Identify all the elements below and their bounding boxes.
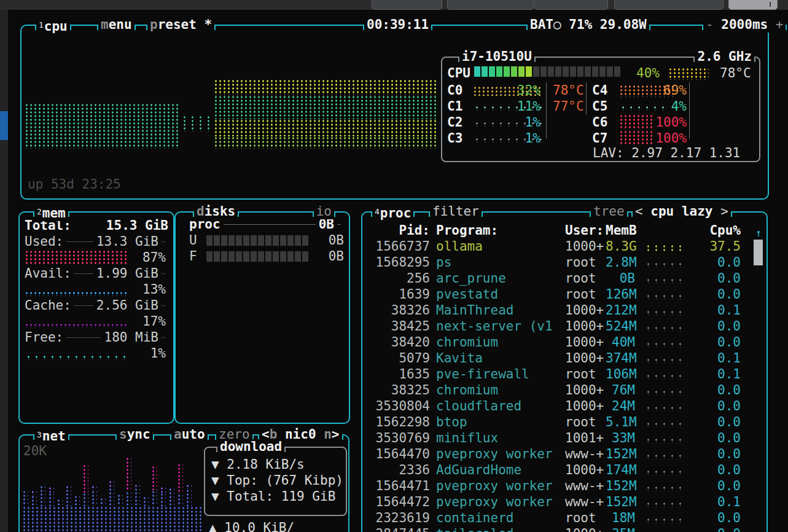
battery-percent: 71%	[569, 17, 592, 32]
toolbar-button-active[interactable]	[728, 0, 778, 10]
cell-user: 1000+	[565, 318, 604, 334]
cell-cpu-graph	[644, 278, 685, 283]
sort-next-button[interactable]: >	[720, 204, 728, 219]
table-row[interactable]: 38325 chromium 1000+ 76M 0.0	[362, 382, 767, 398]
core-name: C2	[447, 114, 462, 130]
cpu-history-graph-low	[25, 103, 181, 149]
cell-program: next-server (v1	[436, 318, 558, 334]
proc-filter-button[interactable]: filter	[429, 204, 483, 219]
mem-cache-graph	[25, 323, 128, 328]
clock: 00:39:11	[363, 17, 432, 33]
net-box-title[interactable]: 3net	[33, 427, 69, 444]
cell-user: 1000+	[565, 462, 604, 478]
core-name: C3	[447, 130, 462, 146]
battery-icon: ○	[553, 17, 561, 32]
cell-program: arc_prune	[436, 270, 558, 286]
mem-box-title[interactable]: 2mem	[33, 204, 69, 221]
cell-program: pveproxy worker	[436, 478, 558, 494]
cell-user: root	[565, 254, 604, 270]
scroll-up-icon[interactable]: ↑	[755, 225, 762, 241]
scrollbar-thumb[interactable]	[0, 111, 8, 140]
cell-mem: 212M	[606, 302, 635, 318]
cell-program: tailscaled	[436, 526, 558, 532]
cpu-history-graph-dip	[181, 115, 214, 131]
cell-pid: 2323619	[370, 510, 430, 526]
table-row[interactable]: 3530769 miniflux 1001+ 33M 0.0	[362, 430, 767, 446]
cell-program: AdGuardHome	[436, 462, 558, 478]
cell-cpu-graph	[644, 486, 685, 491]
table-row[interactable]: 1635 pve-firewall root 106M 0.1	[362, 366, 767, 382]
scrollbar-track[interactable]	[0, 10, 8, 532]
table-row[interactable]: 38420 chromium 1000+ 40M 0.0	[362, 334, 767, 350]
table-row[interactable]: 2336 AdGuardHome 1000+ 174M 0.0	[362, 462, 767, 478]
core-temp: 78°C	[553, 82, 584, 98]
table-row[interactable]: 1564472 pveproxy worker www-+ 152M 0.1	[362, 494, 767, 510]
toolbar-button[interactable]	[614, 0, 724, 10]
net-auto-button[interactable]: auto	[170, 427, 209, 442]
table-row[interactable]: 1562298 btop root 5.1M 0.0	[362, 414, 767, 430]
table-row[interactable]: 256 arc_prune root 0B 0.0	[362, 270, 767, 286]
core-name: C0	[447, 82, 462, 98]
net-sync-button[interactable]: sync	[115, 427, 154, 442]
cell-mem: 106M	[606, 366, 635, 382]
cell-cpu: 37.5	[688, 238, 741, 254]
cell-user: www-+	[565, 446, 604, 462]
cell-pid: 1566737	[370, 238, 430, 254]
toolbar-button[interactable]	[372, 0, 442, 10]
mem-used-row: Used:13.3 GiB	[20, 233, 173, 249]
table-row[interactable]: 2847445 tailscaled 1000+ 35M 0.0	[362, 526, 767, 532]
core-name: C6	[592, 114, 607, 130]
io-mode-button[interactable]: io	[313, 204, 335, 219]
toolbar-button[interactable]	[447, 0, 534, 10]
battery-power: 29.08W	[600, 17, 647, 32]
cell-mem: 374M	[606, 350, 635, 366]
net-download-panel: download ▼ 2.18 KiB/s ▼ Top: (767 Kibp) …	[204, 447, 347, 516]
table-row[interactable]: 3530804 cloudflared 1000+ 24M 0.0	[362, 398, 767, 414]
cell-cpu-graph	[644, 326, 685, 331]
table-row[interactable]: 1564470 pveproxy worker www-+ 152M 0.0	[362, 446, 767, 462]
disks-box-title[interactable]: disks	[193, 204, 239, 219]
cell-pid: 256	[370, 270, 430, 286]
proc-box: 4proc filter tree < cpu lazy > Pid: Prog…	[361, 211, 768, 532]
proc-sort-selector[interactable]: < cpu lazy >	[631, 204, 732, 219]
disk-free-meter	[206, 251, 308, 262]
mem-free-graph	[25, 355, 128, 360]
cell-cpu-graph	[644, 454, 685, 459]
cell-cpu-graph	[644, 244, 685, 252]
interval-increase-button[interactable]: +	[776, 17, 784, 32]
cell-cpu: 0.0	[688, 398, 741, 414]
table-row[interactable]: 1639 pvestatd root 126M 0.0	[362, 286, 767, 302]
proc-scrollbar-thumb[interactable]	[754, 240, 763, 265]
proc-box-title[interactable]: 4proc	[371, 204, 415, 221]
cell-pid: 2336	[370, 462, 430, 478]
cpu-box-title[interactable]: 1cpu	[35, 17, 71, 34]
core-percent: 100%	[645, 114, 687, 130]
cell-cpu-graph	[644, 422, 685, 427]
cell-program: pveproxy worker	[436, 494, 558, 510]
table-row[interactable]: 1566737 ollama 1000+ 8.3G 37.5	[362, 238, 767, 254]
table-row[interactable]: 5079 Kavita 1000+ 374M 0.1	[362, 350, 767, 366]
table-row[interactable]: 38425 next-server (v1 1000+ 524M 0.0	[362, 318, 767, 334]
interval-decrease-button[interactable]: -	[706, 17, 714, 32]
sort-prev-button[interactable]: <	[635, 204, 643, 219]
nic-next-button[interactable]: >	[332, 427, 340, 442]
core-name: C7	[592, 130, 607, 146]
interval-value: 2000ms	[721, 17, 768, 32]
toolbar-button[interactable]	[534, 0, 608, 10]
proc-table: 1566737 ollama 1000+ 8.3G 37.5 1568295 p…	[362, 238, 767, 532]
table-row[interactable]: 2323619 containerd root 18M 0.0	[362, 510, 767, 526]
table-row[interactable]: 1568295 ps root 2.8M 0.0	[362, 254, 767, 270]
mem-free-graph-row: 1%	[20, 345, 173, 361]
table-row[interactable]: 38326 MainThread 1000+ 212M 0.1	[362, 302, 767, 318]
mem-used-graph-row: 87%	[20, 249, 173, 265]
proc-header-row: Pid: Program: User: MemB Cpu%	[362, 222, 767, 238]
cell-cpu: 0.0	[688, 270, 741, 286]
preset-button[interactable]: preset *	[146, 17, 216, 33]
core-percent: 11%	[509, 98, 540, 114]
cell-cpu-graph	[644, 374, 685, 379]
menu-button[interactable]: menu	[97, 17, 136, 33]
cpu-history-graph-high	[214, 79, 439, 149]
proc-tree-button[interactable]: tree	[590, 204, 628, 219]
table-row[interactable]: 1564471 pveproxy worker www-+ 152M 0.0	[362, 478, 767, 494]
cell-pid: 1564470	[370, 446, 430, 462]
